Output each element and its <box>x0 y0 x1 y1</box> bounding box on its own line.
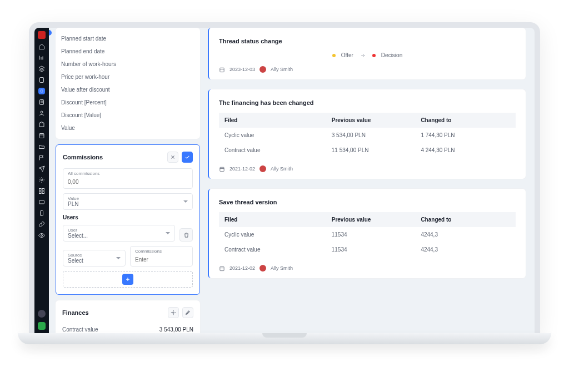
arrow-right-icon <box>359 53 367 58</box>
table-cell: 4244,3 <box>421 232 510 238</box>
field-label: User <box>68 228 170 233</box>
finances-card: Finances Contract value 3 543,00 PLN Cyc… <box>56 300 200 333</box>
status-dot-icon <box>372 54 376 57</box>
entry-author: Ally Smith <box>271 166 293 172</box>
table-cell: Cyclic value <box>224 132 332 138</box>
sidebar-rail <box>34 28 49 333</box>
calendar-icon <box>219 166 225 172</box>
entry-date: 2021-12-02 <box>229 166 255 172</box>
table-row: Cyclic value 3 534,00 PLN 1 744,30 PLN <box>219 128 516 143</box>
add-row-area <box>63 271 193 288</box>
nav-icon-users[interactable] <box>38 110 45 117</box>
table-row: Contract value 11534 4244,3 <box>219 242 516 257</box>
nav-icon-doc[interactable] <box>38 77 45 83</box>
field-label: Commissions <box>135 249 188 254</box>
user-select[interactable]: Select... <box>68 233 170 239</box>
table-cell: Contract value <box>224 247 332 253</box>
edit-button[interactable] <box>182 307 193 318</box>
table-cell: 1 744,30 PLN <box>421 132 510 138</box>
settings-button[interactable] <box>168 307 179 318</box>
nav-icon-active[interactable] <box>38 88 45 94</box>
nav-icon-layers[interactable] <box>38 66 45 72</box>
nav-icon-page[interactable] <box>38 99 45 105</box>
svg-rect-9 <box>39 192 42 194</box>
table-row: Contract value 11 534,00 PLN 4 244,30 PL… <box>219 143 516 158</box>
close-button[interactable] <box>167 152 178 163</box>
field-label: Price per work-hour <box>61 71 194 83</box>
table-cell: 11534 <box>332 247 421 253</box>
finance-label: Contract value <box>62 326 98 333</box>
value-currency-select[interactable]: PLN <box>68 201 188 207</box>
svg-rect-5 <box>39 134 44 138</box>
field-label: Value after discount <box>61 83 194 96</box>
table-cell: Contract value <box>224 147 332 153</box>
svg-rect-15 <box>220 68 224 72</box>
svg-point-3 <box>41 111 43 113</box>
entry-title: Thread status change <box>219 38 516 44</box>
svg-rect-10 <box>42 192 44 194</box>
all-commissions-input[interactable] <box>68 179 188 185</box>
finance-amount: 3 543,00 PLN <box>159 326 193 333</box>
changes-table: Filed Previous value Changed to Cyclic v… <box>219 212 516 257</box>
author-avatar-icon <box>259 66 266 73</box>
table-header-cell: Changed to <box>421 217 510 223</box>
delete-row-button[interactable] <box>179 228 193 242</box>
nav-icon-flag[interactable] <box>38 154 45 161</box>
nav-icon-gear[interactable] <box>38 177 45 183</box>
timeline-entry-financing-changed: The financing has been changed Filed Pre… <box>208 89 526 179</box>
table-cell: Cyclic value <box>224 232 332 238</box>
source-select[interactable]: Select <box>68 258 121 264</box>
field-label: Source <box>68 253 121 258</box>
nav-icon-box[interactable] <box>38 121 45 128</box>
svg-rect-16 <box>220 167 224 171</box>
add-row-button[interactable] <box>122 274 133 285</box>
status-change-line: Offer Decision <box>219 52 516 58</box>
table-header-cell: Changed to <box>421 117 510 123</box>
calendar-icon <box>219 265 225 272</box>
commissions-card: Commissions All commissions Value <box>56 144 200 295</box>
nav-icon-eye[interactable] <box>38 232 45 239</box>
nav-icon-link[interactable] <box>38 221 45 228</box>
timeline-entry-status-change: Thread status change Offer Decision 2023… <box>208 28 526 79</box>
entry-date: 2023-12-03 <box>229 67 255 72</box>
nav-icon-send[interactable] <box>38 165 45 172</box>
svg-point-13 <box>41 235 43 237</box>
status-to: Decision <box>381 52 402 58</box>
commissions-title: Commissions <box>63 154 103 160</box>
timeline-entry-save-version: Save thread version Filed Previous value… <box>208 189 526 278</box>
help-icon[interactable] <box>38 322 46 330</box>
nav-icon-home[interactable] <box>38 43 45 50</box>
table-cell: 11534 <box>332 232 421 238</box>
table-row: Cyclic value 11534 4244,3 <box>219 227 516 242</box>
nav-icon-chart[interactable] <box>38 54 45 61</box>
confirm-button[interactable] <box>182 152 193 163</box>
nav-icon-folder[interactable] <box>38 143 45 150</box>
app-logo[interactable] <box>38 31 46 39</box>
entry-author: Ally Smith <box>271 67 293 72</box>
field-label: Planned end date <box>61 45 194 58</box>
nav-icon-mobile[interactable] <box>38 210 45 217</box>
svg-rect-7 <box>39 189 42 191</box>
svg-rect-4 <box>39 123 44 127</box>
nav-icon-card[interactable] <box>38 199 45 205</box>
svg-rect-8 <box>42 189 44 191</box>
field-label: Number of work-hours <box>61 58 194 71</box>
field-label: Value <box>68 196 188 201</box>
field-label: Value <box>61 122 194 134</box>
svg-rect-17 <box>220 267 224 270</box>
table-header-cell: Previous value <box>332 217 421 223</box>
svg-rect-12 <box>41 211 43 216</box>
svg-rect-0 <box>40 78 44 83</box>
commission-input[interactable] <box>135 257 188 263</box>
table-cell: 4 244,30 PLN <box>421 147 510 153</box>
table-header-cell: Previous value <box>332 117 421 123</box>
nav-icon-grid[interactable] <box>38 188 45 194</box>
entry-title: Save thread version <box>219 199 516 205</box>
svg-point-14 <box>173 312 174 314</box>
user-avatar-icon[interactable] <box>38 310 46 318</box>
svg-rect-1 <box>41 90 43 92</box>
value-currency-field: Value PLN <box>63 193 193 210</box>
svg-point-6 <box>41 179 43 181</box>
all-commissions-field: All commissions <box>63 168 193 189</box>
nav-icon-calendar[interactable] <box>38 132 45 139</box>
